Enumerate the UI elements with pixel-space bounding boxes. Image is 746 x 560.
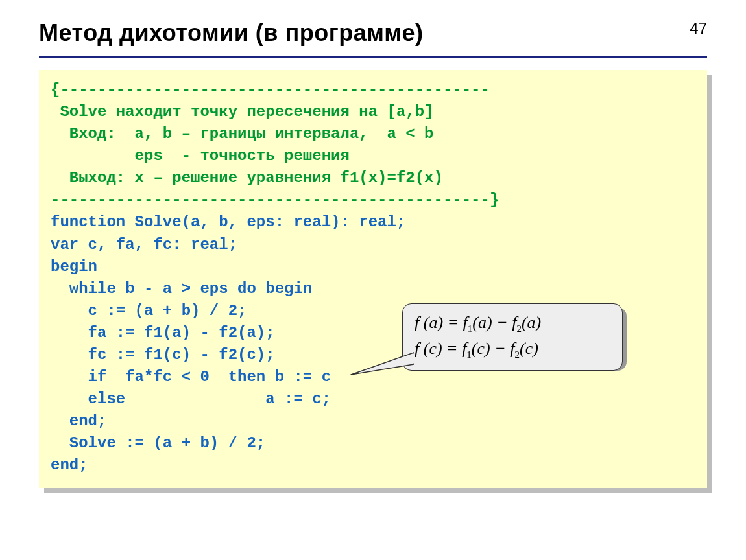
page-number: 47	[690, 19, 707, 38]
code-comment: {---------------------------------------…	[51, 79, 695, 101]
code-comment: Solve находит точку пересечения на [a,b]	[51, 101, 695, 123]
code-line: Solve := (a + b) / 2;	[51, 432, 695, 454]
callout-box: f (a) = f1(a) − f2(a) f (c) = f1(c) − f2…	[402, 303, 623, 371]
code-line: var c, fa, fc: real;	[51, 234, 695, 256]
code-comment: Вход: a, b – границы интервала, a < b	[51, 123, 695, 145]
code-line: else a := c;	[51, 388, 695, 410]
code-line: end;	[51, 454, 695, 476]
page-title: Метод дихотомии (в программе)	[39, 19, 707, 58]
code-comment: eps - точность решения	[51, 145, 695, 167]
callout-tail-icon	[349, 351, 414, 377]
slide: 47 Метод дихотомии (в программе) {------…	[0, 0, 746, 560]
code-line: function Solve(a, b, eps: real): real;	[51, 211, 695, 233]
code-line: end;	[51, 410, 695, 432]
code-line: begin	[51, 256, 695, 278]
code-comment: Выход: x – решение уравнения f1(x)=f2(x)	[51, 167, 695, 189]
code-block-container: {---------------------------------------…	[39, 70, 707, 488]
code-line: while b - a > eps do begin	[51, 278, 695, 300]
formula-callout: f (a) = f1(a) − f2(a) f (c) = f1(c) − f2…	[402, 303, 623, 371]
code-comment: ----------------------------------------…	[51, 189, 695, 211]
svg-marker-0	[351, 353, 414, 375]
formula-line-2: f (c) = f1(c) − f2(c)	[415, 336, 610, 362]
code-block: {---------------------------------------…	[39, 70, 707, 488]
formula-line-1: f (a) = f1(a) − f2(a)	[415, 310, 610, 336]
